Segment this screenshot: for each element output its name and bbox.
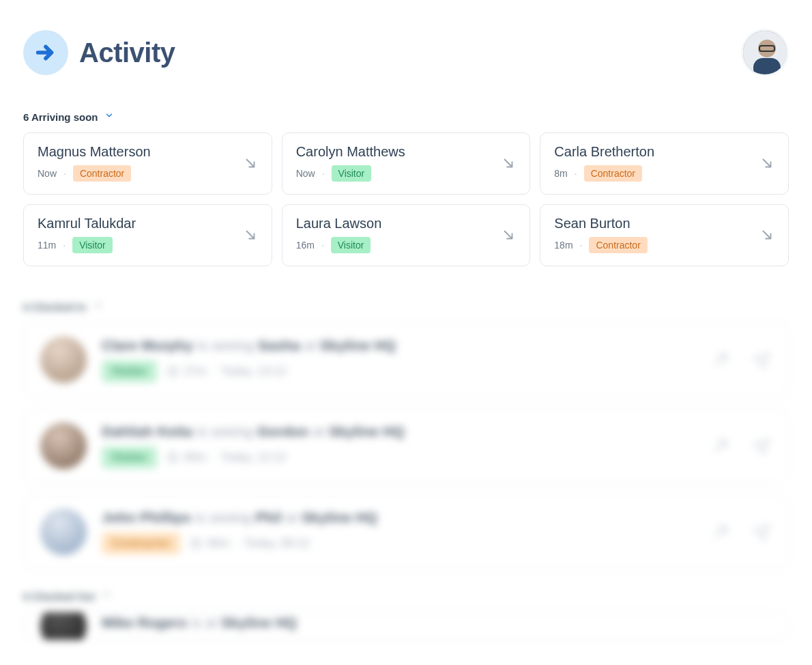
checked-in-row: Dahliah Keita is seeing Gordon at Skylin… bbox=[23, 408, 789, 483]
send-icon bbox=[751, 436, 772, 456]
tag-visitor: Visitor bbox=[102, 447, 157, 468]
separator-dot: · bbox=[322, 168, 325, 179]
checkout-icon bbox=[710, 436, 731, 456]
checked-out-section-blurred: 6 Checked Out Mike Rogers is at Skyline … bbox=[23, 590, 789, 640]
tag-contractor: Contractor bbox=[589, 237, 647, 253]
svg-point-5 bbox=[168, 453, 177, 462]
checkout-icon bbox=[710, 350, 731, 370]
tag-visitor: Visitor bbox=[102, 360, 157, 382]
arrow-in-icon bbox=[243, 227, 258, 242]
separator-dot: · bbox=[580, 240, 583, 251]
separator-dot: · bbox=[63, 240, 66, 251]
send-icon bbox=[751, 522, 772, 542]
arrow-in-icon bbox=[243, 156, 258, 171]
app-logo-icon bbox=[23, 30, 68, 75]
person-avatar bbox=[40, 612, 87, 640]
checked-out-label: 6 Checked Out bbox=[23, 591, 95, 602]
arriving-card-time: Now bbox=[38, 168, 57, 179]
checked-in-row: Clare Murphy is seeing Sasha at Skyline … bbox=[23, 322, 789, 397]
tag-visitor: Visitor bbox=[331, 237, 371, 253]
separator-dot: · bbox=[63, 168, 66, 179]
page-title: Activity bbox=[79, 38, 175, 68]
arriving-card-name: Laura Lawson bbox=[296, 216, 382, 231]
arriving-card[interactable]: Carla Bretherton 8m · Contractor bbox=[540, 132, 789, 195]
chevron-down-icon bbox=[93, 300, 103, 313]
arrow-in-icon bbox=[759, 227, 774, 242]
person-avatar bbox=[40, 509, 87, 555]
arriving-card[interactable]: Carolyn Matthews Now · Visitor bbox=[282, 132, 531, 195]
arriving-grid: Magnus Matterson Now · Contractor Caroly… bbox=[23, 132, 789, 266]
arriving-card[interactable]: Sean Burton 18m · Contractor bbox=[540, 204, 789, 266]
arriving-card-name: Kamrul Talukdar bbox=[38, 216, 136, 231]
arrow-in-icon bbox=[501, 227, 516, 242]
arriving-section-label: 6 Arriving soon bbox=[23, 111, 98, 123]
send-icon bbox=[751, 350, 772, 370]
person-avatar bbox=[40, 423, 87, 469]
arriving-card-time: 11m bbox=[38, 240, 56, 251]
arrow-in-icon bbox=[501, 156, 516, 171]
separator-dot: · bbox=[321, 240, 324, 251]
arriving-card[interactable]: Magnus Matterson Now · Contractor bbox=[23, 132, 272, 195]
tag-visitor: Visitor bbox=[332, 165, 372, 182]
tag-contractor: Contractor bbox=[584, 165, 642, 182]
arriving-card-name: Carolyn Matthews bbox=[296, 144, 405, 160]
arriving-card-time: Now bbox=[296, 168, 315, 179]
chevron-down-icon bbox=[104, 111, 114, 123]
svg-point-6 bbox=[191, 539, 201, 548]
arriving-card-time: 8m bbox=[554, 168, 567, 179]
svg-point-1 bbox=[758, 40, 776, 57]
chevron-down-icon bbox=[102, 590, 111, 602]
checkout-icon bbox=[710, 522, 731, 542]
svg-point-4 bbox=[168, 367, 177, 376]
arrow-in-icon bbox=[759, 156, 774, 171]
arriving-card-time: 18m bbox=[554, 240, 572, 251]
checked-out-row: Mike Rogers is at Skyline HQ bbox=[23, 612, 789, 640]
arriving-card-name: Carla Bretherton bbox=[554, 144, 654, 160]
separator-dot: · bbox=[575, 168, 577, 179]
arriving-card[interactable]: Laura Lawson 16m · Visitor bbox=[282, 204, 531, 266]
svg-rect-2 bbox=[753, 58, 781, 76]
arriving-card[interactable]: Kamrul Talukdar 11m · Visitor bbox=[23, 204, 272, 266]
person-avatar bbox=[40, 337, 87, 383]
checked-in-label: 6 Checked In bbox=[23, 301, 87, 313]
tag-contractor: Contractor bbox=[73, 165, 131, 182]
tag-visitor: Visitor bbox=[72, 237, 113, 253]
arriving-card-name: Sean Burton bbox=[554, 216, 647, 231]
tag-contractor: Contractor bbox=[102, 533, 180, 554]
arriving-card-time: 16m bbox=[296, 240, 315, 251]
checked-in-row: John Phillips is seeing Phil at Skyline … bbox=[23, 494, 789, 569]
checked-in-section-blurred: 6 Checked In Clare Murphy is seeing Sash… bbox=[23, 300, 789, 569]
arriving-section-header[interactable]: 6 Arriving soon bbox=[23, 111, 789, 123]
user-avatar[interactable] bbox=[741, 29, 789, 76]
page-header: Activity bbox=[23, 29, 789, 76]
arriving-card-name: Magnus Matterson bbox=[38, 144, 151, 160]
